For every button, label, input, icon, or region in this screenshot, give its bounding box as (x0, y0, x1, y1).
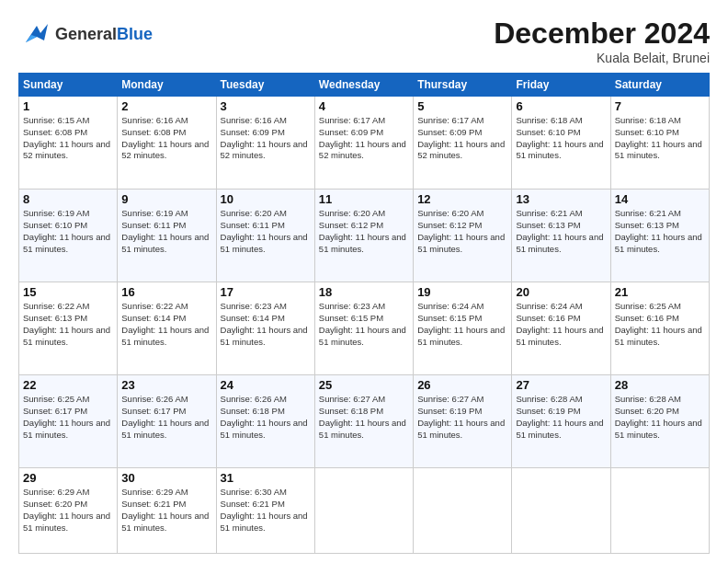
day-info: Sunrise: 6:27 AMSunset: 6:19 PMDaylight:… (417, 394, 507, 441)
day-info: Sunrise: 6:21 AMSunset: 6:13 PMDaylight:… (615, 208, 705, 255)
day-number: 24 (221, 378, 311, 392)
day-number: 6 (516, 99, 606, 113)
day-number: 25 (319, 378, 409, 392)
month-title: December 2024 (494, 17, 710, 51)
day-info: Sunrise: 6:28 AMSunset: 6:20 PMDaylight:… (615, 394, 705, 441)
day-info: Sunrise: 6:26 AMSunset: 6:17 PMDaylight:… (121, 394, 211, 441)
day-info: Sunrise: 6:25 AMSunset: 6:17 PMDaylight:… (23, 394, 113, 441)
day-number: 20 (516, 285, 606, 299)
day-number: 7 (615, 99, 705, 113)
day-number: 30 (121, 471, 211, 485)
day-number: 13 (516, 192, 606, 206)
calendar-week-row: 29 Sunrise: 6:29 AMSunset: 6:20 PMDaylig… (19, 468, 710, 554)
day-number: 26 (417, 378, 507, 392)
day-number: 11 (319, 192, 409, 206)
header-monday: Monday (118, 74, 216, 97)
calendar-day: 30 Sunrise: 6:29 AMSunset: 6:21 PMDaylig… (118, 468, 216, 554)
calendar-day: 13 Sunrise: 6:21 AMSunset: 6:13 PMDaylig… (512, 190, 610, 282)
day-info: Sunrise: 6:22 AMSunset: 6:14 PMDaylight:… (121, 301, 211, 348)
day-number: 23 (121, 378, 211, 392)
calendar-day: 27 Sunrise: 6:28 AMSunset: 6:19 PMDaylig… (512, 375, 610, 468)
logo-blue: Blue (117, 25, 153, 43)
day-number: 28 (615, 378, 705, 392)
day-number: 18 (319, 285, 409, 299)
calendar-day: 24 Sunrise: 6:26 AMSunset: 6:18 PMDaylig… (216, 375, 314, 468)
day-info: Sunrise: 6:15 AMSunset: 6:08 PMDaylight:… (23, 115, 113, 162)
calendar-empty (610, 468, 709, 554)
day-number: 17 (221, 285, 311, 299)
day-info: Sunrise: 6:20 AMSunset: 6:12 PMDaylight:… (417, 208, 507, 255)
header-friday: Friday (512, 74, 610, 97)
calendar-table: Sunday Monday Tuesday Wednesday Thursday… (18, 73, 710, 554)
day-info: Sunrise: 6:18 AMSunset: 6:10 PMDaylight:… (615, 115, 705, 162)
header-saturday: Saturday (610, 74, 709, 97)
day-info: Sunrise: 6:29 AMSunset: 6:20 PMDaylight:… (23, 487, 113, 534)
calendar-empty (512, 468, 610, 554)
calendar-day: 21 Sunrise: 6:25 AMSunset: 6:16 PMDaylig… (610, 282, 709, 375)
day-info: Sunrise: 6:24 AMSunset: 6:15 PMDaylight:… (417, 301, 507, 348)
day-info: Sunrise: 6:26 AMSunset: 6:18 PMDaylight:… (221, 394, 311, 441)
calendar-day: 29 Sunrise: 6:29 AMSunset: 6:20 PMDaylig… (19, 468, 118, 554)
calendar-day: 23 Sunrise: 6:26 AMSunset: 6:17 PMDaylig… (118, 375, 216, 468)
day-info: Sunrise: 6:23 AMSunset: 6:15 PMDaylight:… (319, 301, 409, 348)
logo: GeneralBlue (18, 17, 153, 53)
calendar-day: 17 Sunrise: 6:23 AMSunset: 6:14 PMDaylig… (216, 282, 314, 375)
calendar-day: 16 Sunrise: 6:22 AMSunset: 6:14 PMDaylig… (118, 282, 216, 375)
day-info: Sunrise: 6:27 AMSunset: 6:18 PMDaylight:… (319, 394, 409, 441)
day-number: 3 (221, 99, 311, 113)
calendar-day: 20 Sunrise: 6:24 AMSunset: 6:16 PMDaylig… (512, 282, 610, 375)
day-info: Sunrise: 6:16 AMSunset: 6:09 PMDaylight:… (221, 115, 311, 162)
calendar-day: 19 Sunrise: 6:24 AMSunset: 6:15 PMDaylig… (414, 282, 512, 375)
logo-text: GeneralBlue (55, 26, 153, 44)
calendar-day: 5 Sunrise: 6:17 AMSunset: 6:09 PMDayligh… (414, 97, 512, 190)
calendar-day: 26 Sunrise: 6:27 AMSunset: 6:19 PMDaylig… (414, 375, 512, 468)
calendar-page: GeneralBlue December 2024 Kuala Belait, … (0, 0, 728, 563)
calendar-day: 7 Sunrise: 6:18 AMSunset: 6:10 PMDayligh… (610, 97, 709, 190)
calendar-day: 9 Sunrise: 6:19 AMSunset: 6:11 PMDayligh… (118, 190, 216, 282)
day-number: 16 (121, 285, 211, 299)
header-thursday: Thursday (414, 74, 512, 97)
day-info: Sunrise: 6:28 AMSunset: 6:19 PMDaylight:… (516, 394, 606, 441)
day-number: 10 (221, 192, 311, 206)
calendar-day: 6 Sunrise: 6:18 AMSunset: 6:10 PMDayligh… (512, 97, 610, 190)
day-number: 9 (121, 192, 211, 206)
day-info: Sunrise: 6:21 AMSunset: 6:13 PMDaylight:… (516, 208, 606, 255)
calendar-empty (314, 468, 413, 554)
day-info: Sunrise: 6:22 AMSunset: 6:13 PMDaylight:… (23, 301, 113, 348)
day-number: 2 (121, 99, 211, 113)
day-number: 22 (23, 378, 113, 392)
day-info: Sunrise: 6:23 AMSunset: 6:14 PMDaylight:… (221, 301, 311, 348)
day-info: Sunrise: 6:17 AMSunset: 6:09 PMDaylight:… (417, 115, 507, 162)
header-tuesday: Tuesday (216, 74, 314, 97)
calendar-empty (414, 468, 512, 554)
day-number: 15 (23, 285, 113, 299)
calendar-day: 10 Sunrise: 6:20 AMSunset: 6:11 PMDaylig… (216, 190, 314, 282)
calendar-week-row: 1 Sunrise: 6:15 AMSunset: 6:08 PMDayligh… (19, 97, 710, 190)
calendar-week-row: 15 Sunrise: 6:22 AMSunset: 6:13 PMDaylig… (19, 282, 710, 375)
day-info: Sunrise: 6:20 AMSunset: 6:12 PMDaylight:… (319, 208, 409, 255)
calendar-day: 31 Sunrise: 6:30 AMSunset: 6:21 PMDaylig… (216, 468, 314, 554)
day-number: 21 (615, 285, 705, 299)
calendar-day: 14 Sunrise: 6:21 AMSunset: 6:13 PMDaylig… (610, 190, 709, 282)
day-info: Sunrise: 6:19 AMSunset: 6:11 PMDaylight:… (121, 208, 211, 255)
calendar-day: 15 Sunrise: 6:22 AMSunset: 6:13 PMDaylig… (19, 282, 118, 375)
header: GeneralBlue December 2024 Kuala Belait, … (18, 17, 710, 65)
calendar-week-row: 22 Sunrise: 6:25 AMSunset: 6:17 PMDaylig… (19, 375, 710, 468)
day-number: 27 (516, 378, 606, 392)
calendar-week-row: 8 Sunrise: 6:19 AMSunset: 6:10 PMDayligh… (19, 190, 710, 282)
day-info: Sunrise: 6:18 AMSunset: 6:10 PMDaylight:… (516, 115, 606, 162)
day-number: 19 (417, 285, 507, 299)
calendar-day: 3 Sunrise: 6:16 AMSunset: 6:09 PMDayligh… (216, 97, 314, 190)
day-info: Sunrise: 6:24 AMSunset: 6:16 PMDaylight:… (516, 301, 606, 348)
logo-general: General (55, 25, 117, 43)
day-number: 14 (615, 192, 705, 206)
day-number: 5 (417, 99, 507, 113)
calendar-day: 8 Sunrise: 6:19 AMSunset: 6:10 PMDayligh… (19, 190, 118, 282)
day-number: 8 (23, 192, 113, 206)
day-number: 4 (319, 99, 409, 113)
day-info: Sunrise: 6:25 AMSunset: 6:16 PMDaylight:… (615, 301, 705, 348)
calendar-day: 11 Sunrise: 6:20 AMSunset: 6:12 PMDaylig… (314, 190, 413, 282)
day-info: Sunrise: 6:29 AMSunset: 6:21 PMDaylight:… (121, 487, 211, 534)
day-number: 1 (23, 99, 113, 113)
calendar-day: 1 Sunrise: 6:15 AMSunset: 6:08 PMDayligh… (19, 97, 118, 190)
